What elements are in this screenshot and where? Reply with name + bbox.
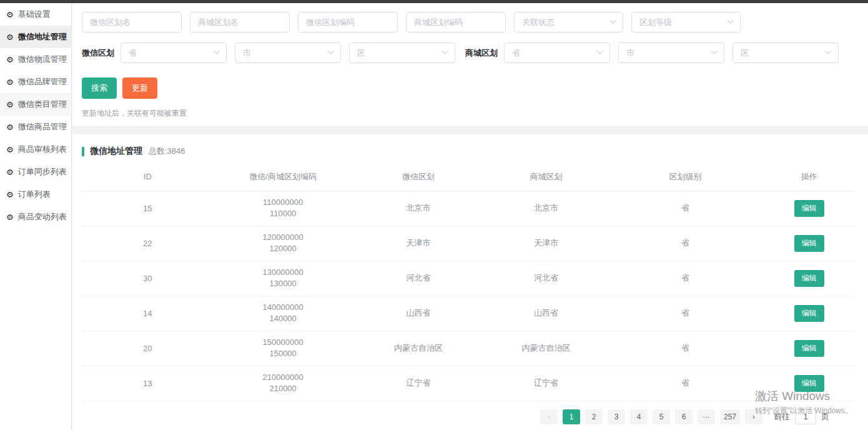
filter-select[interactable]: 区划等级 (631, 12, 741, 32)
chevron-down-icon (610, 18, 616, 24)
mall-region-select[interactable]: 市 (618, 42, 724, 63)
page-button[interactable]: 3 (608, 409, 625, 424)
page-word: 页 (821, 411, 829, 422)
cell-actions: 编辑 (762, 261, 856, 296)
section-header: 微信地址管理 总数:3846 (82, 146, 856, 157)
search-button[interactable]: 搜索 (82, 78, 117, 99)
sidebar-item[interactable]: ⚙商品审核列表 (0, 138, 71, 161)
next-page-button[interactable]: › (745, 409, 762, 424)
edit-button[interactable]: 编辑 (794, 375, 824, 392)
cell-wechat-region: 山西省 (353, 296, 485, 331)
sidebar-item[interactable]: ⚙订单同步列表 (0, 161, 71, 183)
cell-wechat-region: 天津市 (353, 226, 485, 261)
filter-row-1: 关联状态区划等级 (82, 12, 858, 32)
sidebar-item-label: 微信商品管理 (18, 121, 67, 132)
sidebar-item[interactable]: ⚙微信物流管理 (0, 48, 71, 71)
sidebar-item-label: 订单同步列表 (18, 166, 67, 178)
filter-actions: 搜索 更新 (82, 78, 858, 99)
edit-button[interactable]: 编辑 (794, 235, 824, 252)
sidebar-item[interactable]: ⚙微信地址管理 (0, 26, 71, 48)
prev-page-button[interactable]: ‹ (540, 409, 558, 424)
page-button[interactable]: 1 (563, 409, 580, 424)
mall-code: 140000 (214, 313, 353, 324)
goto-page-input[interactable] (795, 409, 816, 424)
wechat-region-select[interactable]: 区 (349, 42, 455, 63)
page-button[interactable]: 6 (675, 409, 693, 424)
sidebar-item-label: 商品变动列表 (18, 211, 67, 222)
filter-panel: 关联状态区划等级 微信区划省市区商城区划省市区 搜索 更新 更新地址后，关联有可… (72, 3, 868, 126)
wechat-code: 140000000 (214, 302, 353, 313)
sidebar-item-label: 微信类目管理 (18, 99, 67, 110)
gear-icon: ⚙ (6, 78, 14, 86)
cell-actions: 编辑 (762, 366, 856, 401)
chevron-down-icon (826, 48, 832, 54)
sidebar-item-label: 微信品牌管理 (18, 76, 67, 88)
sidebar-item[interactable]: ⚙微信商品管理 (0, 116, 71, 138)
gear-icon: ⚙ (6, 191, 14, 199)
cell-codes: 210000000210000 (214, 366, 353, 401)
wechat-code: 110000000 (214, 197, 353, 208)
page-button[interactable]: 257 (720, 409, 740, 424)
gear-icon: ⚙ (6, 33, 14, 41)
wechat-code: 120000000 (214, 232, 353, 243)
page-button[interactable]: 5 (653, 409, 670, 424)
cell-codes: 110000000110000 (214, 191, 353, 226)
sidebar-item[interactable]: ⚙基础设置 (0, 3, 71, 26)
cell-mall-region: 内蒙古自治区 (484, 331, 608, 366)
filter-select[interactable]: 关联状态 (514, 12, 623, 32)
edit-button[interactable]: 编辑 (794, 340, 824, 357)
total-count: 总数:3846 (149, 146, 185, 157)
filter-text-input[interactable] (406, 12, 506, 32)
mall-code: 120000 (214, 243, 353, 254)
table-row: 30130000000130000河北省河北省省编辑 (82, 261, 856, 296)
pagination: ‹123456···257›前往 页 (82, 404, 856, 430)
column-header: 操作 (762, 163, 856, 191)
sidebar-item-label: 商品审核列表 (18, 144, 67, 155)
gear-icon: ⚙ (6, 101, 14, 109)
mall-code: 210000 (214, 383, 353, 394)
wechat-region-select-placeholder: 区 (357, 48, 365, 59)
wechat-region-select[interactable]: 省 (121, 42, 227, 63)
update-button[interactable]: 更新 (122, 78, 157, 99)
wechat-code: 210000000 (214, 372, 353, 383)
page-button[interactable]: 2 (585, 409, 603, 424)
sidebar-item[interactable]: ⚙微信类目管理 (0, 93, 71, 116)
sidebar-item[interactable]: ⚙商品变动列表 (0, 206, 71, 228)
page-button[interactable]: 4 (630, 409, 648, 424)
cell-codes: 140000000140000 (214, 296, 353, 331)
filter-text-input[interactable] (190, 12, 290, 32)
edit-button[interactable]: 编辑 (794, 270, 824, 287)
cell-mall-region: 北京市 (484, 191, 608, 226)
cell-actions: 编辑 (762, 331, 856, 366)
column-header: 微信区划 (353, 163, 485, 191)
mall-region-label: 商城区划 (465, 48, 498, 59)
cell-level: 省 (608, 226, 763, 261)
cell-mall-region: 天津市 (484, 226, 608, 261)
mall-region-select-placeholder: 市 (626, 48, 634, 59)
cell-wechat-region: 内蒙古自治区 (353, 331, 485, 366)
filter-text-input[interactable] (82, 12, 182, 32)
mall-region-select[interactable]: 省 (504, 42, 610, 63)
wechat-region-select-placeholder: 省 (129, 48, 137, 59)
more-pages-button[interactable]: ··· (698, 409, 715, 424)
gear-icon: ⚙ (6, 56, 14, 64)
wechat-region-select[interactable]: 市 (235, 42, 341, 63)
sidebar-item[interactable]: ⚙订单列表 (0, 183, 71, 206)
filter-text-input[interactable] (298, 12, 398, 32)
cell-mall-region: 山西省 (484, 296, 608, 331)
gear-icon: ⚙ (6, 123, 14, 131)
cell-mall-region: 河北省 (484, 261, 608, 296)
mall-region-select-placeholder: 区 (741, 48, 749, 59)
gear-icon: ⚙ (6, 213, 14, 221)
sidebar-item[interactable]: ⚙微信品牌管理 (0, 71, 71, 93)
chevron-down-icon (442, 48, 448, 54)
chevron-down-icon (727, 18, 734, 24)
edit-button[interactable]: 编辑 (794, 305, 824, 322)
gear-icon: ⚙ (6, 168, 14, 176)
cell-actions: 编辑 (762, 226, 856, 261)
wechat-code: 130000000 (214, 267, 353, 278)
table-header-row: ID微信/商城区划编码微信区划商城区划区划级别操作 (82, 163, 856, 191)
mall-region-select[interactable]: 区 (732, 42, 839, 63)
cell-id: 30 (82, 261, 214, 296)
edit-button[interactable]: 编辑 (794, 200, 824, 217)
